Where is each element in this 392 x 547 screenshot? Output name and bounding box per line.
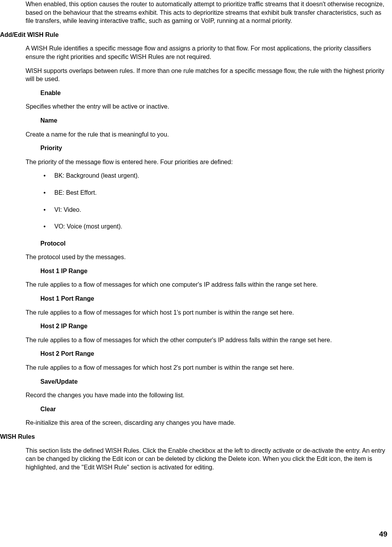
name-label: Name [40, 116, 389, 125]
priority-item-be: BE: Best Effort. [40, 189, 389, 197]
priority-desc: The priority of the message flow is ente… [26, 158, 389, 166]
section1-p1: A WISH Rule identifies a specific messag… [26, 44, 389, 61]
section-wish-rules-heading: WISH Rules [0, 433, 389, 441]
page-number: 49 [379, 529, 387, 539]
protocol-desc: The protocol used by the messages. [26, 253, 389, 261]
host2port-label: Host 2 Port Range [40, 350, 389, 358]
section-add-edit-heading: Add/Edit WISH Rule [0, 31, 389, 39]
host2ip-label: Host 2 IP Range [40, 322, 389, 331]
save-desc: Record the changes you have made into th… [26, 391, 389, 400]
save-label: Save/Update [40, 377, 389, 386]
host2port-desc: The rule applies to a flow of messages f… [26, 364, 389, 372]
priority-item-vo: VO: Voice (most urgent). [40, 222, 389, 231]
enable-desc: Specifies whether the entry will be acti… [26, 102, 389, 111]
host1port-label: Host 1 Port Range [40, 294, 389, 303]
priority-item-vi: VI: Video. [40, 206, 389, 214]
priority-list: BK: Background (least urgent). BE: Best … [40, 171, 389, 230]
section1-p2: WISH supports overlaps between rules. If… [26, 67, 389, 83]
priority-item-bk: BK: Background (least urgent). [40, 171, 389, 180]
name-desc: Create a name for the rule that is meani… [26, 130, 389, 139]
host1ip-label: Host 1 IP Range [40, 267, 389, 275]
host1port-desc: The rule applies to a flow of messages f… [26, 308, 389, 317]
host1ip-desc: The rule applies to a flow of messages f… [26, 280, 389, 289]
host2ip-desc: The rule applies to a flow of messages f… [26, 336, 389, 344]
section2-p1: This section lists the defined WISH Rule… [26, 447, 389, 472]
protocol-label: Protocol [40, 239, 389, 248]
clear-label: Clear [40, 405, 389, 414]
enable-label: Enable [40, 89, 389, 97]
clear-desc: Re-initialize this area of the screen, d… [26, 419, 389, 427]
priority-label: Priority [40, 144, 389, 152]
intro-paragraph: When enabled, this option causes the rou… [26, 0, 389, 25]
